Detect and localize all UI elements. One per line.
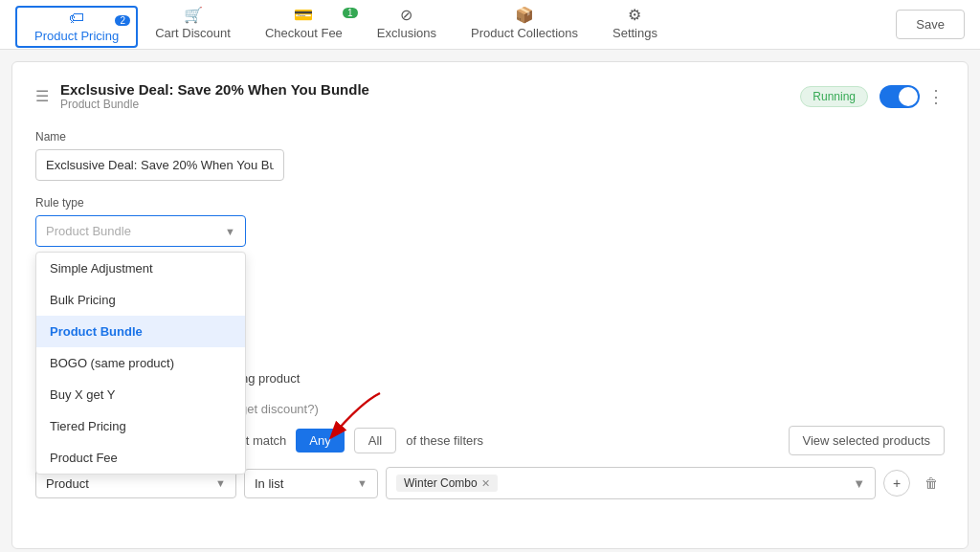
filter-suffix-text: of these filters xyxy=(406,433,483,448)
dropdown-menu: Simple Adjustment Bulk Pricing Product B… xyxy=(35,252,246,475)
product-select-chevron: ▼ xyxy=(215,477,226,489)
any-button[interactable]: Any xyxy=(296,429,344,453)
rule-name: Exclsusive Deal: Save 20% When You Bundl… xyxy=(60,81,789,98)
tab-cart-discount[interactable]: 🛒 Cart Discount xyxy=(138,0,248,50)
delete-filter-button[interactable]: 🗑 xyxy=(918,470,945,497)
status-badge: Running xyxy=(800,86,868,107)
add-filter-button[interactable]: + xyxy=(883,470,910,497)
tab-product-collections-label: Product Collections xyxy=(471,26,578,40)
tag-winter-combo: Winter Combo ✕ xyxy=(396,475,498,492)
all-button[interactable]: All xyxy=(354,428,396,453)
name-input[interactable] xyxy=(35,149,284,181)
cart-discount-icon: 🛒 xyxy=(184,6,203,24)
tag-value: Winter Combo xyxy=(404,476,478,490)
dropdown-trigger[interactable]: Product Bundle ▼ xyxy=(35,215,246,247)
tab-product-pricing-label: Product Pricing xyxy=(34,29,119,43)
rule-type-field-section: Rule type Product Bundle ▼ Simple Adjust… xyxy=(35,196,945,247)
dropdown-selected-value: Product Bundle xyxy=(46,224,131,238)
action-icons: + 🗑 xyxy=(883,470,945,497)
dropdown-item-simple-adjustment[interactable]: Simple Adjustment xyxy=(36,253,245,284)
view-selected-products-button[interactable]: View selected products xyxy=(789,426,945,455)
rule-header: ☰ Exclsusive Deal: Save 20% When You Bun… xyxy=(35,81,945,111)
dropdown-item-tiered-pricing[interactable]: Tiered Pricing xyxy=(36,410,245,442)
header-actions: ⋮ xyxy=(880,85,945,108)
product-pricing-icon: 🏷 xyxy=(69,10,84,27)
rule-type-label: Rule type xyxy=(35,196,945,210)
tag-input-caret-icon: ▼ xyxy=(853,476,865,491)
tab-product-collections[interactable]: 📦 Product Collections xyxy=(454,0,595,50)
tab-exclusions[interactable]: ⊘ Exclusions xyxy=(360,0,454,50)
tab-cart-discount-label: Cart Discount xyxy=(155,26,231,40)
tab-product-pricing[interactable]: 🏷 Product Pricing 2 xyxy=(15,6,138,48)
name-field-section: Name xyxy=(35,130,945,181)
tab-checkout-fee[interactable]: 💳 Checkout Fee 1 xyxy=(248,0,360,50)
dropdown-item-bogo[interactable]: BOGO (same product) xyxy=(36,347,245,379)
save-button[interactable]: Save xyxy=(896,10,965,39)
tab-settings-label: Settings xyxy=(612,26,657,40)
checkout-fee-badge: 1 xyxy=(343,8,358,18)
inlist-filter-label: In list xyxy=(255,476,283,491)
product-collections-icon: 📦 xyxy=(515,6,534,24)
rule-title-block: Exclsusive Deal: Save 20% When You Bundl… xyxy=(60,81,789,111)
product-pricing-badge: 2 xyxy=(115,15,130,26)
more-options-icon[interactable]: ⋮ xyxy=(927,86,945,107)
dropdown-item-buy-x-get-y[interactable]: Buy X get Y xyxy=(36,379,245,410)
chevron-down-icon: ▼ xyxy=(225,226,235,237)
dropdown-item-product-fee[interactable]: Product Fee xyxy=(36,442,245,474)
main-content: ☰ Exclsusive Deal: Save 20% When You Bun… xyxy=(11,61,969,549)
tag-remove-icon[interactable]: ✕ xyxy=(481,477,490,490)
inlist-select-chevron: ▼ xyxy=(357,477,368,489)
settings-icon: ⚙ xyxy=(628,6,641,24)
top-navigation: 🏷 Product Pricing 2 🛒 Cart Discount 💳 Ch… xyxy=(0,0,980,50)
tab-exclusions-label: Exclusions xyxy=(377,26,436,40)
tab-checkout-fee-label: Checkout Fee xyxy=(265,26,343,40)
exclusions-icon: ⊘ xyxy=(400,6,412,24)
dropdown-item-product-bundle[interactable]: Product Bundle xyxy=(36,316,245,347)
tag-input-container[interactable]: Winter Combo ✕ ▼ xyxy=(386,467,876,499)
dropdown-item-bulk-pricing[interactable]: Bulk Pricing xyxy=(36,284,245,316)
rule-type-sub: Product Bundle xyxy=(60,98,789,111)
hamburger-icon[interactable]: ☰ xyxy=(35,87,49,105)
product-filter-label: Product xyxy=(46,476,89,491)
inlist-select[interactable]: In list ▼ xyxy=(244,469,378,498)
tab-settings[interactable]: ⚙ Settings xyxy=(595,0,675,50)
rule-type-dropdown[interactable]: Product Bundle ▼ Simple Adjustment Bulk … xyxy=(35,215,246,247)
name-label: Name xyxy=(35,130,945,144)
checkout-fee-icon: 💳 xyxy=(294,6,313,24)
toggle-switch[interactable] xyxy=(880,85,920,108)
